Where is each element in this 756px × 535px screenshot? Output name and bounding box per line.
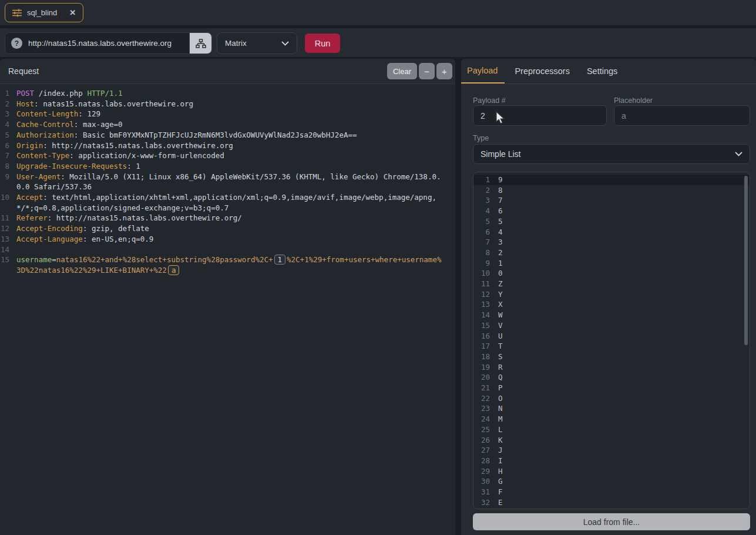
payload-list-item[interactable]: 26K	[473, 435, 750, 446]
code-segment: : natas15.natas.labs.overthewire.org	[34, 99, 193, 108]
request-line[interactable]: 13Accept-Language: en-US,en;q=0.9	[0, 234, 455, 245]
payload-marker[interactable]: a	[168, 265, 180, 275]
request-panel-buttons: Clear − +	[387, 63, 452, 79]
payload-list-item[interactable]: 46	[473, 206, 750, 216]
payload-list-item[interactable]: 91	[473, 258, 750, 269]
session-tab-sql-blind[interactable]: sql_blind ✕	[5, 3, 83, 22]
code-segment: Content-Length	[16, 109, 78, 118]
request-panel-header: Request Clear − +	[0, 59, 455, 84]
tab-payload[interactable]: Payload	[461, 59, 505, 83]
request-line[interactable]: 12Accept-Encoding: gzip, deflate	[0, 223, 455, 234]
payload-number-input[interactable]: 2	[473, 105, 607, 126]
code-segment: : Basic bmF0YXMxNTpTZHFJcUJzRmN6M3lvdGxO…	[74, 131, 357, 139]
payload-list-item[interactable]: 37	[473, 195, 750, 206]
chevron-down-icon	[281, 41, 289, 46]
request-panel: Request Clear − + 1POST /index.php HTTP/…	[0, 59, 455, 535]
payload-list-item[interactable]: 21P	[473, 383, 750, 393]
payload-list-item[interactable]: 31F	[473, 487, 750, 497]
sitemap-icon	[196, 39, 206, 48]
payload-list-item[interactable]: 11Z	[473, 279, 750, 289]
code-segment: Referer	[16, 213, 48, 222]
code-segment: Host	[16, 99, 34, 108]
payload-list-item[interactable]: 24M	[473, 414, 750, 424]
request-line[interactable]: 6Origin: http://natas15.natas.labs.overt…	[0, 141, 455, 151]
code-segment: Cache-Control	[16, 120, 74, 129]
type-select[interactable]: Simple List	[473, 144, 750, 164]
payload-list-item[interactable]: 73	[473, 237, 750, 248]
request-line[interactable]: 1POST /index.php HTTP/1.1	[0, 88, 455, 99]
payload-list-item[interactable]: 32E	[473, 497, 750, 508]
tab-preprocessors[interactable]: Preprocessors	[508, 59, 576, 83]
placeholder-label: Placeholder	[614, 96, 653, 105]
session-tab-bar: sql_blind ✕	[0, 0, 756, 25]
payload-list-item[interactable]: 30G	[473, 476, 750, 487]
request-line[interactable]: 15username=natas16%22+and+%28select+subs…	[0, 255, 455, 275]
code-segment: : gzip, deflate	[83, 224, 149, 233]
payload-list-item[interactable]: 12Y	[473, 289, 750, 300]
type-select-value: Simple List	[481, 149, 520, 159]
payload-list-item[interactable]: 28	[473, 185, 750, 196]
payload-list-item[interactable]: 14W	[473, 310, 750, 320]
placeholder-input[interactable]: a	[614, 105, 750, 126]
payload-list-item[interactable]: 23N	[473, 403, 750, 414]
payload-list-item[interactable]: 17T	[473, 341, 750, 352]
url-action-button[interactable]	[189, 33, 211, 54]
clear-button[interactable]: Clear	[387, 63, 417, 79]
request-line[interactable]: 4Cache-Control: max-age=0	[0, 119, 455, 130]
code-segment: : Mozilla/5.0 (X11; Linux x86_64) AppleW…	[16, 172, 441, 192]
payload-list-item[interactable]: 20Q	[473, 372, 750, 383]
payload-list-item[interactable]: 22O	[473, 393, 750, 404]
code-segment: Accept	[16, 193, 43, 202]
url-group: ? http://natas15.natas.labs.overthewire.…	[5, 32, 212, 54]
zoom-out-button[interactable]: −	[419, 63, 435, 79]
payload-list-item[interactable]: 19	[473, 175, 750, 185]
payload-panel: Payload Preprocessors Settings Payload #…	[461, 59, 756, 535]
close-icon[interactable]: ✕	[69, 8, 76, 17]
payload-list-item[interactable]: 16U	[473, 331, 750, 342]
payload-list-item[interactable]: 82	[473, 248, 750, 258]
code-segment: HTTP/1.1	[87, 89, 122, 98]
code-segment: Accept-Encoding	[16, 224, 83, 233]
payload-list-item[interactable]: 27J	[473, 445, 750, 456]
payload-list-item[interactable]: 33D	[473, 508, 750, 510]
zoom-in-button[interactable]: +	[436, 63, 452, 79]
view-mode-value: Matrix	[225, 39, 247, 48]
payload-list-item[interactable]: 29H	[473, 466, 750, 477]
payload-list-item[interactable]: 15V	[473, 320, 750, 331]
payload-list-item[interactable]: 18S	[473, 352, 750, 362]
payload-list[interactable]: 19283746556473829110011Z12Y13X14W15V16U1…	[473, 172, 750, 509]
url-input[interactable]: http://natas15.natas.labs.overthewire.or…	[28, 39, 172, 48]
request-line[interactable]: 7Content-Type: application/x-www-form-ur…	[0, 151, 455, 161]
help-icon[interactable]: ?	[11, 38, 22, 49]
payload-list-item[interactable]: 64	[473, 227, 750, 238]
payload-list-item[interactable]: 25L	[473, 424, 750, 435]
run-button[interactable]: Run	[305, 34, 340, 53]
code-segment: User-Agent	[16, 172, 61, 181]
request-line[interactable]: 3Content-Length: 129	[0, 109, 455, 119]
payload-list-item[interactable]: 13X	[473, 299, 750, 310]
code-segment: /index.php	[34, 89, 87, 98]
payload-list-scrollbar[interactable]	[744, 176, 748, 345]
payload-list-item[interactable]: 100	[473, 268, 750, 279]
payload-list-item[interactable]: 19R	[473, 362, 750, 373]
request-code[interactable]: 1POST /index.php HTTP/1.12Host: natas15.…	[0, 85, 455, 535]
request-line[interactable]: 2Host: natas15.natas.labs.overthewire.or…	[0, 99, 455, 109]
request-line[interactable]: 5Authorization: Basic bmF0YXMxNTpTZHFJcU…	[0, 130, 455, 141]
code-segment: username	[16, 255, 52, 264]
code-segment: Authorization	[16, 131, 74, 139]
load-from-file-button[interactable]: Load from file...	[473, 513, 750, 530]
code-segment: : max-age=0	[74, 120, 123, 129]
request-line[interactable]: 9User-Agent: Mozilla/5.0 (X11; Linux x86…	[0, 172, 455, 192]
view-mode-select[interactable]: Matrix	[217, 32, 297, 54]
request-line[interactable]: 14	[0, 245, 455, 255]
request-line[interactable]: 8Upgrade-Insecure-Requests: 1	[0, 161, 455, 172]
payload-list-item[interactable]: 28I	[473, 456, 750, 466]
payload-list-item[interactable]: 55	[473, 216, 750, 227]
payload-marker[interactable]: 1	[274, 255, 286, 265]
code-segment: : text/html,application/xhtml+xml,applic…	[16, 193, 436, 212]
request-line[interactable]: 10Accept: text/html,application/xhtml+xm…	[0, 192, 455, 213]
code-segment: : en-US,en;q=0.9	[83, 235, 153, 243]
tab-settings[interactable]: Settings	[580, 59, 624, 83]
code-segment: Origin	[16, 141, 43, 150]
request-line[interactable]: 11Referer: http://natas15.natas.labs.ove…	[0, 213, 455, 223]
